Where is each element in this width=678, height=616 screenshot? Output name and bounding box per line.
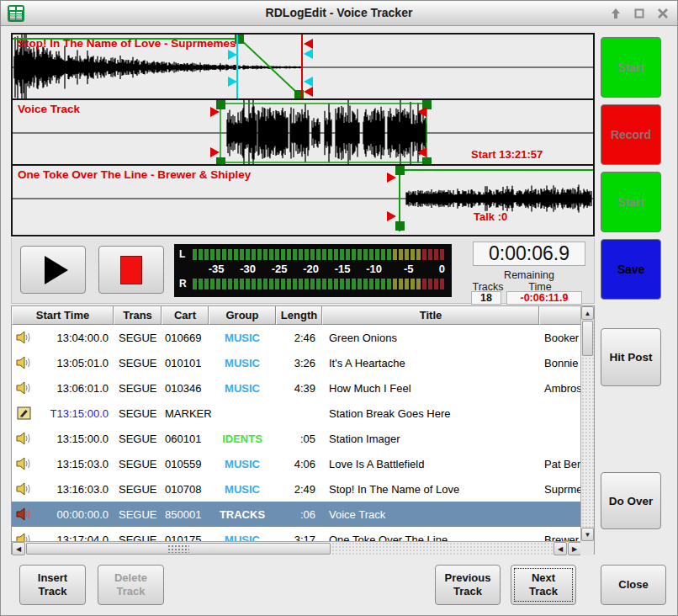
next-track-button[interactable]: Next Track: [511, 565, 576, 605]
save-button[interactable]: Save: [601, 239, 661, 300]
log-row-5[interactable]: 13:15:00.0SEGUE060101IDENTS:05Station Im…: [12, 426, 582, 451]
cell-start: 13:15:00.0: [35, 433, 114, 445]
play-button[interactable]: [20, 246, 86, 294]
meter-segment: [257, 279, 262, 289]
maximize-icon[interactable]: [632, 6, 647, 21]
meter-segment: [193, 249, 197, 260]
speaker-icon: [12, 533, 35, 541]
scroll-left2-icon[interactable]: ◀: [554, 542, 567, 555]
cell-len: 3:17: [276, 534, 322, 542]
stop-button[interactable]: [98, 246, 164, 294]
meter-segment: [328, 249, 332, 260]
column-header-trans[interactable]: Trans: [114, 306, 162, 325]
meter-segment: [281, 279, 285, 289]
meter-segment: [246, 279, 250, 289]
meter-segment: [387, 249, 391, 260]
titlebar[interactable]: RDLogEdit - Voice Tracker: [1, 1, 677, 26]
do-over-button[interactable]: Do Over: [601, 472, 661, 529]
hit-post-button[interactable]: Hit Post: [601, 328, 661, 386]
vertical-scrollbar[interactable]: ▲▼: [580, 306, 594, 541]
cell-cart: MARKER: [162, 407, 209, 420]
column-header-group[interactable]: Group: [209, 306, 276, 325]
cell-len: 2:46: [276, 332, 322, 344]
meter-segment: [257, 249, 262, 260]
meter-segment: [275, 279, 279, 289]
horizontal-scrollbar[interactable]: ◀◀▶: [12, 541, 582, 555]
cell-trans: SEGUE: [114, 332, 162, 344]
log-row-9[interactable]: 13:17:04.0SEGUE010175MUSIC3:17One Toke O…: [12, 527, 582, 541]
close-button[interactable]: Close: [601, 565, 666, 605]
hscroll-thumb[interactable]: [26, 543, 331, 555]
close-icon[interactable]: [655, 6, 670, 21]
log-row-4[interactable]: T13:15:00.0SEGUEMARKERStation Break Goes…: [12, 401, 582, 426]
scroll-right-icon[interactable]: ▶: [568, 542, 581, 555]
insert-track-button[interactable]: Insert Track: [19, 565, 86, 605]
cell-trans: SEGUE: [114, 508, 162, 521]
hscroll-grip: [167, 544, 189, 553]
log-row-2[interactable]: 13:05:01.0SEGUE010101MUSIC3:26It's A Hea…: [12, 350, 582, 375]
meter-segment: [252, 279, 256, 289]
cell-group: MUSIC: [209, 357, 276, 369]
meter-segment: [263, 279, 267, 289]
speaker-red-icon: [12, 507, 35, 521]
meter-segment: [375, 249, 379, 260]
meter-scale-tick: -35: [193, 263, 225, 275]
remaining-label: Remaining: [466, 269, 592, 281]
log-row-6[interactable]: 13:15:03.0SEGUE010559MUSIC4:06Love Is A …: [12, 451, 582, 476]
cell-trans: SEGUE: [114, 483, 162, 496]
cell-cart: 010101: [162, 357, 209, 369]
cell-start: 13:06:01.0: [35, 382, 114, 395]
cell-start: 13:15:03.0: [35, 458, 114, 470]
cell-group: MUSIC: [209, 332, 276, 344]
cell-artist: Bonnie Tyle: [539, 357, 582, 369]
waveform-track-outgoing[interactable]: Stop! In The Name of Love - Suprmemes: [13, 35, 593, 100]
start-next-button[interactable]: Start: [601, 172, 661, 232]
column-header-title[interactable]: Title: [322, 306, 539, 325]
meter-segment: [228, 249, 232, 260]
talk-time-label: Talk :0: [474, 210, 507, 223]
meter-segment: [310, 249, 315, 260]
column-header-start-time[interactable]: Start Time: [12, 306, 114, 325]
cell-group: MUSIC: [209, 483, 276, 496]
meter-segment: [393, 249, 397, 260]
speaker-icon: [12, 482, 35, 496]
cell-group: IDENTS: [209, 433, 276, 445]
meter-segment: [322, 249, 326, 260]
scroll-left-icon[interactable]: ◀: [12, 542, 25, 555]
cell-title: One Toke Over The Line: [322, 534, 539, 542]
start-segue-button[interactable]: Start: [601, 37, 661, 98]
cell-title: Station Break Goes Here: [322, 407, 539, 420]
meter-segment: [369, 249, 373, 260]
scroll-down-icon[interactable]: ▼: [581, 528, 594, 541]
log-row-1[interactable]: 13:04:00.0SEGUE010669MUSIC2:46Green Onio…: [12, 325, 582, 350]
stop-icon: [120, 256, 142, 284]
meter-segment: [363, 279, 368, 289]
speaker-icon: [12, 432, 35, 445]
shade-icon[interactable]: [608, 6, 623, 21]
cell-title: Voice Track: [322, 508, 539, 521]
cell-group: MUSIC: [209, 382, 276, 395]
cell-cart: 010559: [162, 458, 209, 470]
meter-segment: [269, 279, 273, 289]
column-header-length[interactable]: Length: [276, 306, 322, 325]
column-header-cart[interactable]: Cart: [162, 306, 209, 325]
log-row-3[interactable]: 13:06:01.0SEGUE010346MUSIC4:39How Much I…: [12, 375, 582, 401]
waveform-track-voice[interactable]: Voice Track Start 13:21:57: [13, 100, 593, 166]
meter-segment: [440, 279, 444, 289]
meter-segment: [399, 249, 403, 260]
marker-icon: [12, 406, 35, 421]
tracks-remaining-value: 18: [471, 291, 501, 305]
scroll-up-icon[interactable]: ▲: [581, 306, 594, 320]
log-row-8[interactable]: 00:00:00.0SEGUE850001TRACKS:06Voice Trac…: [12, 502, 582, 527]
vscroll-thumb[interactable]: [582, 321, 593, 356]
voice-tracker-waveform-area: Stop! In The Name of Love - Suprmemes Vo…: [11, 33, 595, 236]
log-row-7[interactable]: 13:16:03.0SEGUE010708MUSIC2:49Stop! In T…: [12, 476, 582, 502]
cell-start: 13:16:03.0: [35, 483, 114, 496]
record-button[interactable]: Record: [601, 104, 661, 165]
cell-trans: SEGUE: [114, 407, 162, 420]
column-header-artist[interactable]: [539, 306, 582, 325]
meter-segment: [252, 249, 256, 260]
meter-segment: [411, 249, 415, 260]
waveform-track-incoming[interactable]: One Toke Over The Line - Brewer & Shiple…: [13, 166, 593, 231]
previous-track-button[interactable]: Previous Track: [435, 565, 501, 605]
